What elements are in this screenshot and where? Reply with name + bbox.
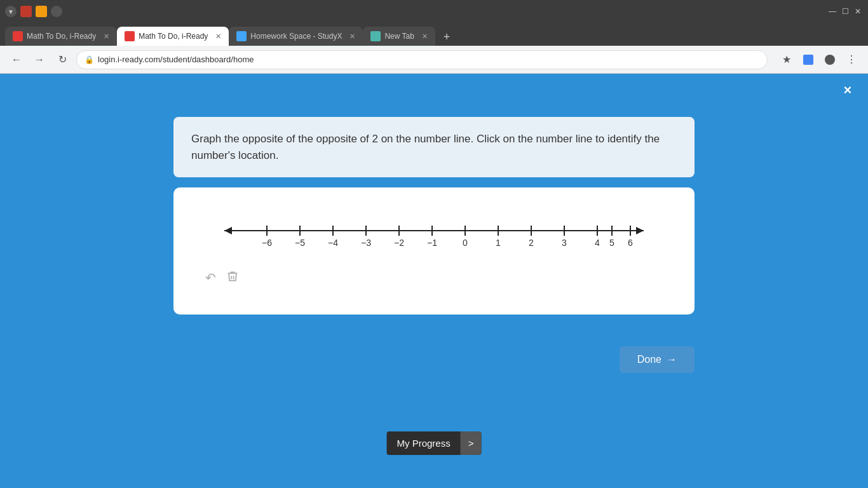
svg-text:6: 6 (628, 238, 633, 248)
tab-2-favicon (125, 31, 135, 41)
chrome-menu-icon[interactable]: ▼ (5, 6, 17, 17)
svg-text:−6: −6 (262, 238, 272, 248)
app-icon-red (20, 6, 32, 17)
my-progress-label: My Progress (387, 431, 461, 455)
tab-2[interactable]: Math To Do, i-Ready ✕ (117, 27, 229, 46)
svg-text:4: 4 (595, 238, 600, 248)
tab-1[interactable]: Math To Do, i-Ready ✕ (5, 27, 117, 46)
tab-3-label: Homework Space - StudyX (250, 32, 342, 41)
question-text: Graph the opposite of the opposite of 2 … (191, 133, 660, 161)
tab-4[interactable]: New Tab ✕ (363, 27, 435, 46)
done-button[interactable]: Done → (620, 346, 695, 373)
tab-1-label: Math To Do, i-Ready (27, 32, 96, 41)
svg-text:−4: −4 (328, 238, 338, 248)
number-line-area[interactable]: −6 −5 −4 −3 −2 −1 0 1 2 3 (199, 207, 669, 264)
tab-4-close[interactable]: ✕ (422, 32, 428, 41)
back-button[interactable]: ← (8, 51, 25, 69)
done-label: Done (637, 354, 661, 365)
tab-2-close[interactable]: ✕ (215, 32, 221, 41)
svg-marker-2 (636, 227, 644, 234)
svg-text:−2: −2 (394, 238, 404, 248)
address-input[interactable]: 🔒 login.i-ready.com/student/dashboard/ho… (76, 50, 768, 69)
bookmark-button[interactable]: ★ (778, 51, 796, 69)
forward-button[interactable]: → (31, 51, 48, 69)
question-box: Graph the opposite of the opposite of 2 … (173, 117, 695, 177)
tab-3[interactable]: Homework Space - StudyX ✕ (229, 27, 363, 46)
tab-1-favicon (13, 31, 23, 41)
undo-icon[interactable]: ↶ (205, 270, 216, 286)
url-display: login.i-ready.com/student/dashboard/home (98, 55, 254, 64)
tab-3-close[interactable]: ✕ (349, 32, 355, 41)
number-line-card[interactable]: −6 −5 −4 −3 −2 −1 0 1 2 3 (173, 187, 695, 315)
minimize-button[interactable]: — (827, 6, 837, 17)
main-content: × Graph the opposite of the opposite of … (0, 74, 868, 488)
app-icon-yellow (36, 6, 47, 17)
tab-bar: Math To Do, i-Ready ✕ Math To Do, i-Read… (0, 23, 868, 46)
browser-actions: ★ ⋮ (778, 51, 860, 69)
window-controls: — ☐ ✕ (827, 6, 863, 17)
chrome-menu-dots[interactable]: ⋮ (843, 51, 860, 69)
svg-marker-1 (224, 227, 232, 234)
tab-4-label: New Tab (384, 32, 414, 41)
browser-titlebar: ▼ — ☐ ✕ (0, 0, 868, 23)
reload-button[interactable]: ↻ (53, 51, 71, 69)
trash-icon[interactable] (226, 270, 239, 286)
browser-chrome: ▼ — ☐ ✕ Math To Do, i-Ready ✕ Math To Do… (0, 0, 868, 74)
extension-button-1[interactable] (799, 51, 817, 69)
tab-1-close[interactable]: ✕ (104, 32, 109, 41)
close-button[interactable]: × (837, 80, 858, 100)
svg-text:2: 2 (529, 238, 534, 248)
tab-4-favicon (370, 31, 381, 41)
svg-text:5: 5 (609, 238, 614, 248)
my-progress-bar[interactable]: My Progress > (387, 431, 482, 455)
app-icon-gray (51, 6, 62, 17)
card-toolbar: ↶ (199, 264, 669, 286)
maximize-button[interactable]: ☐ (840, 6, 850, 17)
address-bar: ← → ↻ 🔒 login.i-ready.com/student/dashbo… (0, 46, 868, 74)
tab-2-label: Math To Do, i-Ready (139, 32, 208, 41)
svg-text:−3: −3 (361, 238, 371, 248)
svg-text:−1: −1 (427, 238, 437, 248)
svg-text:0: 0 (463, 238, 468, 248)
tab-3-favicon (236, 31, 247, 41)
new-tab-button[interactable]: + (438, 28, 456, 46)
number-line-svg[interactable]: −6 −5 −4 −3 −2 −1 0 1 2 3 (212, 213, 656, 257)
my-progress-arrow: > (461, 431, 482, 455)
done-arrow: → (667, 354, 677, 365)
svg-text:1: 1 (496, 238, 501, 248)
extension-button-2[interactable] (821, 51, 839, 69)
svg-text:3: 3 (562, 238, 567, 248)
close-window-button[interactable]: ✕ (853, 6, 863, 17)
svg-text:−5: −5 (295, 238, 305, 248)
